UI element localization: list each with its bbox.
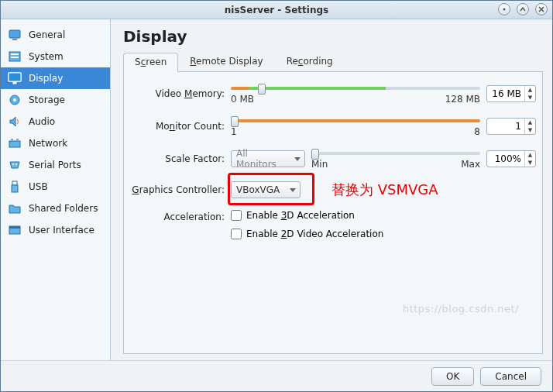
combo-graphics-controller[interactable]: VBoxVGA (231, 181, 301, 198)
tab-remote-display[interactable]: Remote Display (178, 52, 274, 71)
svg-point-15 (15, 163, 17, 165)
storage-icon (7, 93, 22, 107)
label-video-memory: Video Memory: (130, 88, 231, 99)
spin-up-icon[interactable]: ▲ (525, 86, 535, 94)
spin-monitor-count[interactable]: ▲▼ (486, 118, 536, 135)
slider-scale-factor[interactable] (311, 148, 480, 159)
tab-recording[interactable]: Recording (275, 52, 345, 71)
window-title: nisServer - Settings (225, 5, 328, 15)
system-icon (7, 50, 22, 64)
tab-screen[interactable]: Screen (123, 53, 178, 72)
spin-up-icon[interactable]: ▲ (525, 119, 535, 126)
sidebar-item-label: Shared Folders (29, 203, 98, 214)
sidebar-item-label: Storage (29, 95, 65, 105)
sidebar-item-label: Network (29, 138, 67, 149)
svg-rect-12 (11, 139, 13, 141)
svg-point-10 (13, 98, 16, 101)
network-icon (7, 136, 22, 150)
sidebar-item-label: System (29, 51, 64, 62)
settings-window: nisServer - Settings General System Disp… (0, 0, 553, 392)
label-acceleration: Acceleration: (130, 210, 231, 222)
sidebar-item-label: Serial Ports (29, 160, 81, 170)
row-scale-factor: Scale Factor: All Monitors MinMax ▲▼ (130, 148, 536, 170)
sidebar-item-label: User Interface (29, 225, 94, 236)
watermark: https://blog.csdn.net/ (403, 303, 519, 315)
sidebar-item-user-interface[interactable]: User Interface (1, 219, 110, 241)
sidebar-item-label: Display (29, 73, 63, 84)
checkbox-2d-accel[interactable]: Enable 2D Video Acceleration (231, 229, 383, 239)
serial-ports-icon (7, 158, 22, 172)
sidebar-item-general[interactable]: General (1, 24, 110, 46)
spin-scale-factor[interactable]: ▲▼ (486, 150, 536, 167)
slider-video-memory[interactable] (231, 83, 480, 94)
maximize-button[interactable] (517, 3, 529, 15)
display-icon (7, 71, 22, 85)
sidebar-item-display[interactable]: Display (1, 67, 110, 89)
usb-icon (7, 180, 22, 194)
close-button[interactable] (535, 3, 548, 15)
checkbox-3d-accel[interactable]: Enable 3D Acceleration (231, 210, 383, 221)
ok-button[interactable]: OK (431, 367, 474, 386)
spin-up-icon[interactable]: ▲ (525, 151, 535, 159)
combo-all-monitors[interactable]: All Monitors (231, 150, 305, 167)
svg-rect-8 (13, 82, 16, 84)
sidebar-item-usb[interactable]: USB (1, 176, 110, 198)
spin-down-icon[interactable]: ▼ (525, 159, 535, 167)
chevron-down-icon (294, 157, 301, 161)
row-video-memory: Video Memory: 0 MB128 MB ▲▼ (130, 83, 536, 105)
footer: OK Cancel (1, 360, 552, 391)
svg-point-0 (503, 9, 506, 11)
row-monitor-count: Monitor Count: 18 ▲▼ (130, 115, 536, 137)
sidebar-item-system[interactable]: System (1, 46, 110, 67)
svg-rect-13 (16, 139, 19, 141)
spin-down-icon[interactable]: ▼ (525, 94, 535, 101)
sidebar-item-storage[interactable]: Storage (1, 89, 110, 111)
svg-point-14 (12, 163, 14, 165)
sidebar-item-label: Audio (29, 116, 55, 127)
chevron-down-icon (290, 188, 296, 192)
svg-rect-19 (9, 226, 20, 229)
page-title: Display (123, 27, 543, 46)
svg-rect-4 (11, 53, 19, 55)
titlebar: nisServer - Settings (1, 1, 552, 19)
tab-bar: Screen Remote Display Recording (123, 52, 543, 72)
svg-rect-16 (12, 181, 17, 185)
shared-folders-icon (7, 201, 22, 215)
spin-video-memory[interactable]: ▲▼ (486, 85, 536, 102)
cancel-button[interactable]: Cancel (480, 367, 541, 386)
general-icon (7, 28, 22, 42)
svg-rect-11 (9, 141, 20, 147)
sidebar-item-label: USB (29, 181, 48, 192)
label-graphics-controller: Graphics Controller: (130, 184, 231, 195)
sidebar: General System Display Storage Audio Net… (1, 19, 111, 360)
audio-icon (7, 115, 22, 129)
svg-rect-17 (12, 185, 18, 192)
row-acceleration: Acceleration: Enable 3D Acceleration Ena… (130, 210, 536, 239)
user-interface-icon (7, 223, 22, 237)
spin-down-icon[interactable]: ▼ (525, 126, 535, 134)
slider-monitor-count[interactable] (231, 115, 480, 126)
sidebar-item-network[interactable]: Network (1, 132, 110, 154)
sidebar-item-label: General (29, 29, 65, 40)
sidebar-item-audio[interactable]: Audio (1, 111, 110, 132)
svg-rect-1 (9, 30, 20, 38)
content-pane: Display Screen Remote Display Recording … (111, 19, 552, 360)
sidebar-item-serial-ports[interactable]: Serial Ports (1, 154, 110, 176)
svg-rect-2 (12, 39, 17, 40)
label-scale-factor: Scale Factor: (130, 153, 231, 164)
svg-rect-7 (9, 73, 21, 81)
minimize-button[interactable] (498, 3, 510, 15)
annotation-text: 替换为 VSMVGA (331, 181, 438, 199)
label-monitor-count: Monitor Count: (130, 121, 231, 132)
sidebar-item-shared-folders[interactable]: Shared Folders (1, 198, 110, 219)
svg-rect-5 (11, 57, 19, 58)
row-graphics-controller: Graphics Controller: VBoxVGA 替换为 VSMVGA (130, 181, 536, 199)
